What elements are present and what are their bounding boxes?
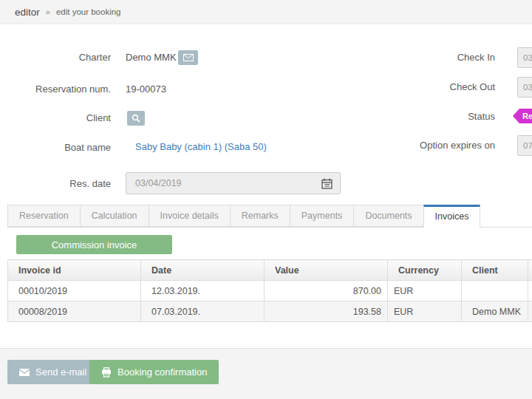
cell-client <box>462 281 528 301</box>
res-date-value: 03/04/2019 <box>135 178 182 188</box>
res-date-label: Res. date <box>0 178 111 190</box>
table-header-row: Invoice id Date Value Currency Client <box>8 260 532 281</box>
breadcrumb-page: edit your booking <box>56 7 121 16</box>
envelope-icon <box>19 369 30 376</box>
reservation-num-value: 19-00073 <box>126 83 166 95</box>
check-out-value: 03/2 <box>523 83 532 92</box>
status-badge: Res <box>513 109 532 123</box>
tab-documents[interactable]: Documents <box>353 205 423 227</box>
column-header-client[interactable]: Client <box>462 260 528 281</box>
cell-currency: EUR <box>388 301 462 322</box>
boat-name-label: Boat name <box>0 142 111 154</box>
client-label: Client <box>0 112 111 124</box>
charter-email-button[interactable] <box>178 50 198 65</box>
column-header-value[interactable]: Value <box>265 260 388 281</box>
reservation-num-label: Reservation num. <box>0 83 111 95</box>
send-email-button[interactable]: Send e-mail <box>7 360 98 384</box>
column-header-currency[interactable]: Currency <box>388 260 462 281</box>
option-expires-input[interactable]: 07.0 <box>517 135 532 156</box>
cell-client: Demo MMK <box>462 301 528 322</box>
res-date-input[interactable]: 03/04/2019 <box>126 172 341 194</box>
cell-date: 07.03.2019. <box>141 301 265 322</box>
footer-bar: Send e-mail Booking confirmation <box>0 348 532 399</box>
breadcrumb-section[interactable]: editor <box>15 7 40 18</box>
send-email-label: Send e-mail <box>35 366 86 378</box>
status-label: Status <box>369 111 495 123</box>
breadcrumb-separator: » <box>46 7 50 16</box>
cell-currency: EUR <box>388 281 462 301</box>
printer-icon <box>101 367 112 378</box>
commission-invoice-button[interactable]: Commission invoice <box>16 235 172 254</box>
booking-confirmation-button[interactable]: Booking confirmation <box>89 360 219 384</box>
calendar-icon[interactable] <box>321 178 332 189</box>
cell-date: 12.03.2019. <box>141 281 265 301</box>
check-in-value: 03/1 <box>523 53 532 62</box>
cell-value: 193.58 <box>265 301 388 322</box>
check-out-label: Check Out <box>369 81 495 93</box>
check-in-label: Check In <box>369 52 495 64</box>
tab-payments[interactable]: Payments <box>290 205 355 227</box>
option-expires-value: 07.0 <box>523 141 532 150</box>
search-icon <box>132 114 140 123</box>
column-header-invoice-id[interactable]: Invoice id <box>8 260 141 281</box>
table-row[interactable]: 00008/2019 07.03.2019. 193.58 EUR Demo M… <box>8 301 532 322</box>
booking-confirmation-label: Booking confirmation <box>117 366 207 378</box>
client-search-button[interactable] <box>127 111 145 126</box>
column-header-date[interactable]: Date <box>141 260 265 281</box>
option-expires-label: Option expires on <box>369 140 495 151</box>
cell-clipped <box>528 301 532 322</box>
cell-clipped <box>528 281 532 301</box>
envelope-icon <box>183 54 194 61</box>
check-in-input[interactable]: 03/1 <box>517 47 532 68</box>
check-out-input[interactable]: 03/2 <box>517 77 532 98</box>
tab-bar: Reservation Calculation Invoice details … <box>7 205 532 228</box>
tab-reservation[interactable]: Reservation <box>7 205 81 227</box>
charter-label: Charter <box>0 52 111 64</box>
tab-invoices[interactable]: Invoices <box>423 205 481 228</box>
cell-invoice-id: 00010/2019 <box>8 281 141 301</box>
tab-remarks[interactable]: Remarks <box>230 205 290 227</box>
tab-invoice-details[interactable]: Invoice details <box>149 205 231 227</box>
tab-calculation[interactable]: Calculation <box>80 205 149 227</box>
table-clipped-column <box>528 260 532 281</box>
boat-name-link[interactable]: Saby Baby (cabin 1) (Saba 50) <box>135 141 267 153</box>
table-row[interactable]: 00010/2019 12.03.2019. 870.00 EUR <box>8 281 532 301</box>
cell-value: 870.00 <box>265 281 388 301</box>
cell-invoice-id: 00008/2019 <box>8 301 141 322</box>
breadcrumb: editor » edit your booking <box>0 0 532 24</box>
invoices-table: Invoice id Date Value Currency Client 00… <box>7 259 532 322</box>
charter-value: Demo MMK <box>126 52 177 64</box>
